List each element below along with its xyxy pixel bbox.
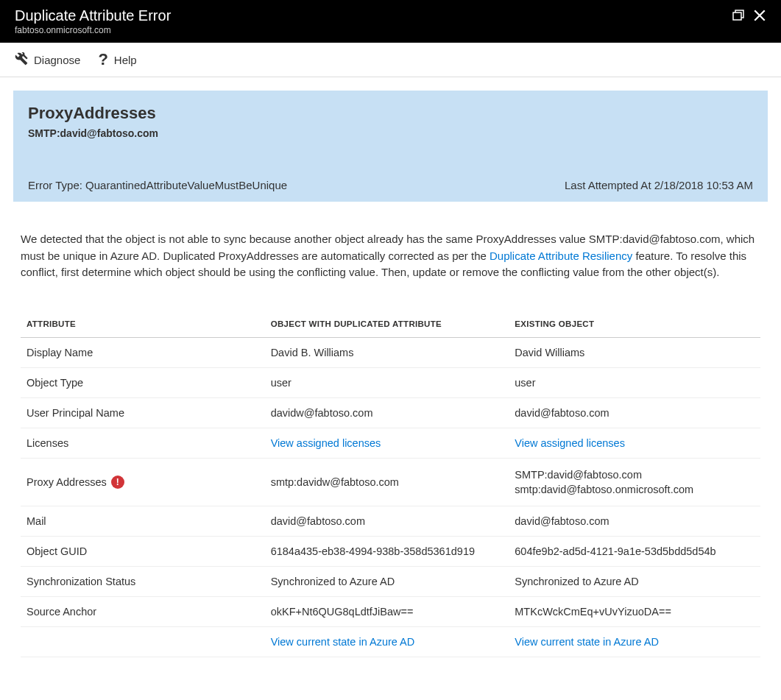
existing-cell: user: [509, 367, 760, 397]
existing-cell: david@fabtoso.com: [509, 506, 760, 537]
duplicated-cell: View assigned licenses: [265, 428, 509, 458]
attribute-cell: User Principal Name: [21, 397, 265, 428]
attribute-label: Mail: [26, 515, 46, 527]
table-row: Synchronization StatusSynchronized to Az…: [21, 567, 760, 597]
error-description: We detected that the object is not able …: [21, 231, 760, 281]
col-existing: EXISTING OBJECT: [509, 311, 760, 338]
diagnose-button[interactable]: Diagnose: [15, 50, 80, 69]
table-header-row: ATTRIBUTE OBJECT WITH DUPLICATED ATTRIBU…: [21, 311, 760, 338]
cell-text: smtp:davidw@fabtoso.com: [271, 476, 399, 488]
window-controls: [732, 6, 766, 24]
table-row: Display NameDavid B. WilliamsDavid Willi…: [21, 337, 760, 367]
help-icon: ?: [98, 50, 107, 69]
attribute-label: Licenses: [26, 437, 68, 449]
cell-text: david@fabtoso.com: [271, 515, 365, 527]
table-row: User Principal Namedavidw@fabtoso.comdav…: [21, 397, 760, 428]
duplicated-cell: David B. Williams: [265, 337, 509, 367]
table-row: LicensesView assigned licensesView assig…: [21, 428, 760, 458]
attributes-table: ATTRIBUTE OBJECT WITH DUPLICATED ATTRIBU…: [21, 311, 760, 658]
cell-text: user: [271, 377, 291, 389]
attribute-label: Source Anchor: [26, 606, 96, 618]
cell-text: davidw@fabtoso.com: [271, 407, 373, 419]
table-row: Object GUID6184a435-eb38-4994-938b-358d5…: [21, 537, 760, 567]
cell-text: David Williams: [515, 347, 584, 358]
duplicated-cell: 6184a435-eb38-4994-938b-358d5361d919: [265, 537, 509, 567]
cell-text: david@fabtoso.com: [515, 407, 609, 419]
attribute-cell: [21, 627, 265, 657]
cell-text: 6184a435-eb38-4994-938b-358d5361d919: [271, 545, 475, 557]
content-area: ProxyAddresses SMTP:david@fabtoso.com Er…: [0, 77, 781, 679]
attribute-label: Synchronization Status: [26, 576, 135, 587]
existing-cell: Synchronized to Azure AD: [509, 567, 760, 597]
cell-text: david@fabtoso.com: [515, 515, 609, 527]
table-row: View current state in Azure ADView curre…: [21, 627, 760, 657]
multi-value: SMTP:david@fabtoso.comsmtp:david@fabtoso…: [515, 467, 755, 498]
diagnose-label: Diagnose: [34, 54, 80, 66]
table-link[interactable]: View current state in Azure AD: [271, 636, 415, 648]
attribute-cell: Object Type: [21, 367, 265, 397]
col-attribute: ATTRIBUTE: [21, 311, 265, 338]
table-row: Source AnchorokKF+Nt6QUG8qLdtfJiBaw==MTK…: [21, 597, 760, 627]
attribute-cell: Source Anchor: [21, 597, 265, 627]
duplicated-cell: okKF+Nt6QUG8qLdtfJiBaw==: [265, 597, 509, 627]
existing-cell: SMTP:david@fabtoso.comsmtp:david@fabtoso…: [509, 458, 760, 506]
cell-text: Synchronized to Azure AD: [515, 576, 638, 587]
attribute-label: Proxy Addresses: [26, 476, 107, 488]
attribute-label: Object Type: [26, 377, 83, 389]
duplicated-cell: Synchronized to Azure AD: [265, 567, 509, 597]
last-attempted-label: Last Attempted At 2/18/2018 10:53 AM: [565, 179, 753, 191]
table-row: Maildavid@fabtoso.comdavid@fabtoso.com: [21, 506, 760, 537]
window-title: Duplicate Attribute Error: [15, 6, 171, 25]
cell-text: user: [515, 377, 535, 389]
cell-text: David B. Williams: [271, 347, 354, 358]
existing-cell: david@fabtoso.com: [509, 397, 760, 428]
table-link[interactable]: View assigned licenses: [271, 437, 381, 449]
col-duplicated: OBJECT WITH DUPLICATED ATTRIBUTE: [265, 311, 509, 338]
attribute-label: User Principal Name: [26, 407, 124, 419]
existing-cell: 604fe9b2-ad5d-4121-9a1e-53d5bdd5d54b: [509, 537, 760, 567]
restore-icon[interactable]: [732, 10, 744, 24]
attribute-name-title: ProxyAddresses: [28, 104, 753, 123]
error-summary-box: ProxyAddresses SMTP:david@fabtoso.com Er…: [13, 91, 768, 202]
help-label: Help: [114, 54, 137, 66]
cell-text: 604fe9b2-ad5d-4121-9a1e-53d5bdd5d54b: [515, 545, 715, 557]
attribute-cell: Object GUID: [21, 537, 265, 567]
duplicated-cell: smtp:davidw@fabtoso.com: [265, 458, 509, 506]
table-link[interactable]: View assigned licenses: [515, 437, 625, 449]
error-type-label: Error Type: QuarantinedAttributeValueMus…: [28, 179, 287, 191]
attribute-cell: Synchronization Status: [21, 567, 265, 597]
duplicated-cell: david@fabtoso.com: [265, 506, 509, 537]
attribute-cell: Display Name: [21, 337, 265, 367]
table-row: Proxy Addresses!smtp:davidw@fabtoso.comS…: [21, 458, 760, 506]
wrench-icon: [15, 52, 28, 68]
close-icon[interactable]: [753, 9, 766, 24]
duplicate-resiliency-link[interactable]: Duplicate Attribute Resiliency: [490, 250, 632, 262]
cell-text: Synchronized to Azure AD: [271, 576, 395, 587]
attribute-label: Object GUID: [26, 545, 87, 557]
existing-cell: View current state in Azure AD: [509, 627, 760, 657]
attribute-cell: Licenses: [21, 428, 265, 458]
duplicated-cell: user: [265, 367, 509, 397]
error-icon: !: [111, 475, 124, 489]
attribute-value: SMTP:david@fabtoso.com: [28, 127, 753, 139]
help-button[interactable]: ? Help: [98, 50, 136, 69]
window-subtitle: fabtoso.onmicrosoft.com: [15, 25, 171, 35]
attribute-cell: Mail: [21, 506, 265, 537]
error-meta-row: Error Type: QuarantinedAttributeValueMus…: [28, 179, 753, 191]
attribute-cell: Proxy Addresses!: [21, 458, 265, 506]
toolbar: Diagnose ? Help: [0, 43, 781, 77]
existing-cell: View assigned licenses: [509, 428, 760, 458]
cell-text: MTKcWckCmEq+vUvYizuoDA==: [515, 606, 671, 618]
attribute-label: Display Name: [26, 347, 93, 358]
cell-text: okKF+Nt6QUG8qLdtfJiBaw==: [271, 606, 414, 618]
duplicated-cell: View current state in Azure AD: [265, 627, 509, 657]
table-row: Object Typeuseruser: [21, 367, 760, 397]
window-header: Duplicate Attribute Error fabtoso.onmicr…: [0, 0, 781, 43]
duplicated-cell: davidw@fabtoso.com: [265, 397, 509, 428]
existing-cell: MTKcWckCmEq+vUvYizuoDA==: [509, 597, 760, 627]
table-link[interactable]: View current state in Azure AD: [515, 636, 659, 648]
header-titles: Duplicate Attribute Error fabtoso.onmicr…: [15, 6, 171, 35]
existing-cell: David Williams: [509, 337, 760, 367]
